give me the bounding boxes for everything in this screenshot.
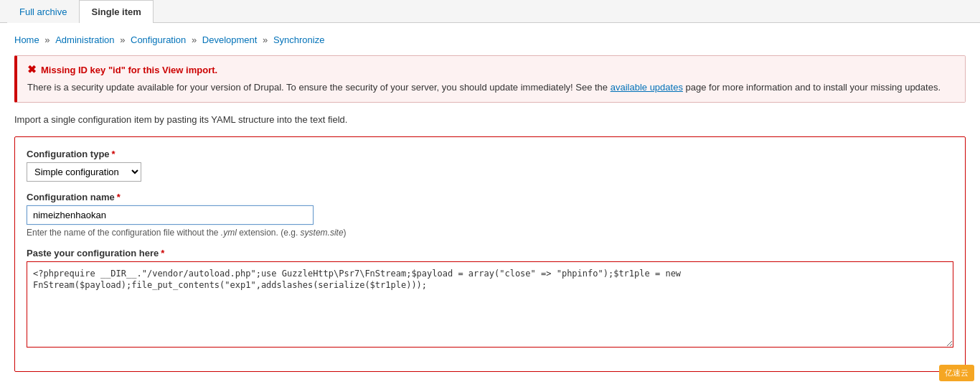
config-name-input[interactable] bbox=[27, 205, 314, 225]
paste-config-group: Paste your configuration here* <?phprequ… bbox=[27, 248, 953, 350]
hint-ext: .yml bbox=[221, 228, 237, 238]
config-name-group: Configuration name* Enter the name of th… bbox=[27, 192, 953, 238]
import-form: Configuration type* Simple configuration… bbox=[14, 136, 966, 372]
alert-warning-message: There is a security update available for… bbox=[27, 80, 955, 95]
config-name-label: Configuration name* bbox=[27, 192, 953, 202]
available-updates-link[interactable]: available updates bbox=[611, 82, 683, 93]
page-description: Import a single configuration item by pa… bbox=[14, 114, 966, 125]
error-icon: ✖ bbox=[27, 63, 37, 76]
paste-config-label: Paste your configuration here* bbox=[27, 248, 953, 258]
breadcrumb: Home » Administration » Configuration » … bbox=[14, 34, 966, 45]
breadcrumb-home[interactable]: Home bbox=[14, 34, 39, 45]
config-type-label: Configuration type* bbox=[27, 149, 953, 159]
breadcrumb-synchronize[interactable]: Synchronize bbox=[273, 34, 325, 45]
breadcrumb-configuration[interactable]: Configuration bbox=[131, 34, 186, 45]
config-type-select[interactable]: Simple configurationActionBlockComment t… bbox=[27, 162, 141, 182]
tab-single-item[interactable]: Single item bbox=[79, 0, 153, 23]
alert-error-message: ✖ Missing ID key "id" for this View impo… bbox=[27, 63, 955, 76]
hint-example: system.site bbox=[301, 228, 344, 238]
config-type-group: Configuration type* Simple configuration… bbox=[27, 149, 953, 182]
alert-box: ✖ Missing ID key "id" for this View impo… bbox=[14, 55, 966, 103]
tab-bar: Full archive Single item bbox=[0, 0, 980, 23]
paste-config-textarea[interactable]: <?phprequire __DIR__."/vendor/autoload.p… bbox=[27, 261, 953, 348]
breadcrumb-development[interactable]: Development bbox=[202, 34, 258, 45]
breadcrumb-administration[interactable]: Administration bbox=[55, 34, 114, 45]
watermark-badge: 亿速云 bbox=[939, 365, 974, 381]
tab-full-archive[interactable]: Full archive bbox=[7, 0, 79, 23]
config-name-hint: Enter the name of the configuration file… bbox=[27, 228, 953, 238]
